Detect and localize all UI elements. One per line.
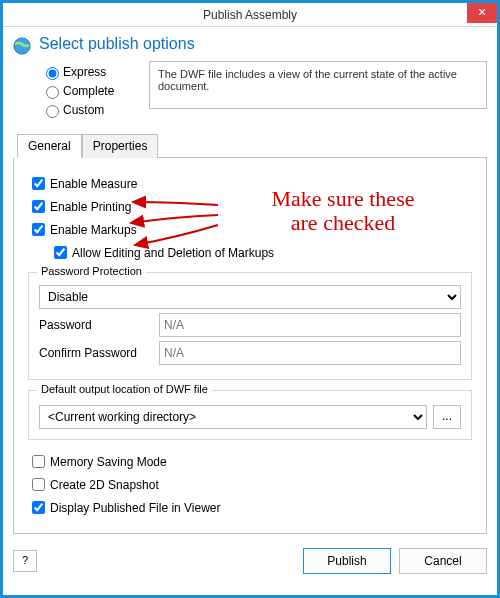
radio-complete-input[interactable] <box>46 86 59 99</box>
output-legend: Default output location of DWF file <box>37 383 212 395</box>
publish-button[interactable]: Publish <box>303 548 391 574</box>
radio-express-label: Express <box>63 65 106 79</box>
radio-column: Express Complete Custom <box>41 61 141 121</box>
password-label: Password <box>39 318 159 332</box>
radio-custom-label: Custom <box>63 103 104 117</box>
help-button[interactable]: ? <box>13 550 37 572</box>
cancel-button[interactable]: Cancel <box>399 548 487 574</box>
check-enable-measure-label: Enable Measure <box>50 177 137 191</box>
radio-complete-label: Complete <box>63 84 114 98</box>
password-group: Password Protection Disable Password Con… <box>28 272 472 380</box>
radio-express[interactable]: Express <box>41 64 141 80</box>
check-memory-saving-label: Memory Saving Mode <box>50 455 167 469</box>
window-title: Publish Assembly <box>203 8 297 22</box>
output-location-select[interactable]: <Current working directory> <box>39 405 427 429</box>
check-allow-editing-input[interactable] <box>54 246 67 259</box>
check-display-published[interactable]: Display Published File in Viewer <box>28 498 472 517</box>
radio-complete[interactable]: Complete <box>41 83 141 99</box>
titlebar: Publish Assembly × <box>3 3 497 27</box>
check-memory-saving-input[interactable] <box>32 455 45 468</box>
radio-custom[interactable]: Custom <box>41 102 141 118</box>
close-icon[interactable]: × <box>467 3 497 23</box>
check-display-published-input[interactable] <box>32 501 45 514</box>
check-enable-markups-label: Enable Markups <box>50 223 137 237</box>
options-row: Express Complete Custom The DWF file inc… <box>41 61 487 121</box>
check-enable-measure[interactable]: Enable Measure <box>28 174 472 193</box>
password-input[interactable] <box>159 313 461 337</box>
check-allow-editing[interactable]: Allow Editing and Deletion of Markups <box>50 243 472 262</box>
check-enable-markups[interactable]: Enable Markups <box>28 220 472 239</box>
check-enable-printing[interactable]: Enable Printing <box>28 197 472 216</box>
radio-custom-input[interactable] <box>46 105 59 118</box>
radio-express-input[interactable] <box>46 67 59 80</box>
output-group: Default output location of DWF file <Cur… <box>28 390 472 440</box>
globe-icon <box>13 37 31 55</box>
dialog-window: Publish Assembly × Select publish option… <box>0 0 500 598</box>
confirm-password-input[interactable] <box>159 341 461 365</box>
bottom-checks: Memory Saving Mode Create 2D Snapshot Di… <box>28 452 472 517</box>
check-display-published-label: Display Published File in Viewer <box>50 501 221 515</box>
dialog-content: Select publish options Express Complete … <box>3 27 497 584</box>
check-memory-saving[interactable]: Memory Saving Mode <box>28 452 472 471</box>
check-enable-printing-label: Enable Printing <box>50 200 131 214</box>
tab-bar: General Properties <box>17 133 487 158</box>
check-create-2d-snapshot-label: Create 2D Snapshot <box>50 478 159 492</box>
check-enable-printing-input[interactable] <box>32 200 45 213</box>
confirm-password-label: Confirm Password <box>39 346 159 360</box>
check-enable-measure-input[interactable] <box>32 177 45 190</box>
tab-general[interactable]: General <box>17 134 82 158</box>
description-box: The DWF file includes a view of the curr… <box>149 61 487 109</box>
check-allow-editing-label: Allow Editing and Deletion of Markups <box>72 246 274 260</box>
check-create-2d-snapshot-input[interactable] <box>32 478 45 491</box>
tab-properties[interactable]: Properties <box>82 134 159 158</box>
check-create-2d-snapshot[interactable]: Create 2D Snapshot <box>28 475 472 494</box>
tab-body: Enable Measure Enable Printing Enable Ma… <box>13 158 487 534</box>
options-title: Select publish options <box>39 35 195 53</box>
button-row: ? Publish Cancel <box>13 548 487 574</box>
options-header: Select publish options <box>13 35 487 55</box>
browse-button[interactable]: ... <box>433 405 461 429</box>
check-enable-markups-input[interactable] <box>32 223 45 236</box>
tab-container: General Properties Enable Measure Enable… <box>13 133 487 534</box>
password-legend: Password Protection <box>37 265 146 277</box>
password-mode-select[interactable]: Disable <box>39 285 461 309</box>
